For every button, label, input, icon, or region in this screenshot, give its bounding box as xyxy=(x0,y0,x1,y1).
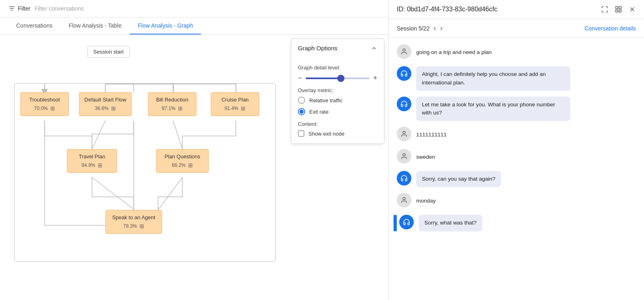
message-bubble: Sorry, what was that? xyxy=(419,215,482,231)
filter-icon-label: Filter xyxy=(8,5,30,12)
svg-rect-19 xyxy=(619,6,621,9)
slider-fill xyxy=(306,78,341,79)
message-bubble: going on a trip and need a plan xyxy=(416,44,497,60)
expand-icon[interactable] xyxy=(615,6,622,13)
graph-options-header: Graph Options xyxy=(291,39,384,57)
slider-plus[interactable]: + xyxy=(373,74,377,82)
message-row: going on a trip and need a plan xyxy=(397,44,636,60)
node-cruise-plan-icon: ⊞ xyxy=(241,105,246,112)
node-troubleshoot-title: Troubleshoot xyxy=(26,97,64,103)
conversation-details-link[interactable]: Conversation details xyxy=(584,25,636,32)
slider-minus[interactable]: − xyxy=(298,74,302,82)
avatar-agent xyxy=(397,66,411,81)
node-plan-questions-meta: 66.2% ⊞ xyxy=(161,162,203,168)
tabs: Conversations Flow Analysis - Table Flow… xyxy=(0,17,388,35)
graph-options-body: Graph detail level: − + Overlay metric: … xyxy=(291,57,384,143)
node-travel-plan-icon: ⊞ xyxy=(98,162,103,168)
message-row: Sorry, can you say that again? xyxy=(397,171,636,187)
node-plan-questions[interactable]: Plan Questions 66.2% ⊞ xyxy=(156,149,209,173)
svg-point-24 xyxy=(403,49,405,51)
collapse-icon[interactable] xyxy=(371,45,377,52)
active-bar xyxy=(394,215,395,231)
svg-rect-20 xyxy=(619,10,621,12)
svg-rect-21 xyxy=(616,10,618,12)
avatar-user xyxy=(397,44,411,59)
message-row: monday xyxy=(397,193,636,209)
content-label: Content: xyxy=(298,121,377,127)
message-row: Let me take a look for you. What is your… xyxy=(397,97,636,121)
node-troubleshoot-meta: 70.0% ⊞ xyxy=(26,105,64,112)
node-speak-agent-icon: ⊞ xyxy=(139,223,144,229)
radio-exit-rate-circle xyxy=(298,108,305,115)
node-travel-plan-pct: 94.9% xyxy=(81,162,95,168)
node-cruise-plan-title: Cruise Plan xyxy=(216,97,254,103)
conv-header: ID: 0bd1d7-4f4-733-83c-980d46cfc xyxy=(389,0,644,19)
node-default-start-icon: ⊞ xyxy=(111,105,116,112)
chat-area: going on a trip and need a plan Alright,… xyxy=(389,38,644,300)
conv-id: ID: 0bd1d7-4f4-733-83c-980d46cfc xyxy=(397,6,597,13)
tab-flow-table[interactable]: Flow Analysis - Table xyxy=(61,17,130,35)
node-bill-reduction-title: Bill Reduction xyxy=(153,97,191,103)
filter-input[interactable]: Filter conversations xyxy=(34,5,83,12)
radio-relative-traffic[interactable]: Relative traffic xyxy=(298,97,377,104)
node-cruise-plan[interactable]: Cruise Plan 91.4% ⊞ xyxy=(211,92,259,116)
node-default-start-pct: 36.6% xyxy=(95,106,109,111)
tab-conversations[interactable]: Conversations xyxy=(8,17,61,35)
checkbox-box xyxy=(298,130,304,137)
radio-relative-traffic-label: Relative traffic xyxy=(309,97,342,104)
avatar-user xyxy=(397,149,411,164)
node-bill-reduction-pct: 97.1% xyxy=(162,106,175,111)
show-exit-node-label: Show exit node xyxy=(308,131,344,137)
node-default-start[interactable]: Default Start Flow 36.6% ⊞ xyxy=(79,92,132,116)
node-speak-agent-title: Speak to an Agent xyxy=(111,214,157,220)
node-travel-plan-meta: 94.9% ⊞ xyxy=(72,162,112,168)
close-icon[interactable] xyxy=(629,6,636,13)
avatar-agent xyxy=(397,97,411,111)
left-panel: Filter Filter conversations Conversation… xyxy=(0,0,389,300)
fullscreen-icon[interactable] xyxy=(601,6,608,13)
graph-options-panel: Graph Options Graph detail level: − + Ov… xyxy=(291,39,384,144)
next-session-arrow[interactable]: › xyxy=(440,24,443,32)
radio-group: Relative traffic Exit rate xyxy=(298,97,377,115)
graph-area: Session start xyxy=(0,35,388,300)
avatar-agent xyxy=(397,171,411,186)
prev-session-arrow[interactable]: ‹ xyxy=(434,24,436,32)
radio-relative-traffic-circle xyxy=(298,97,305,104)
radio-exit-rate[interactable]: Exit rate xyxy=(298,108,377,115)
node-travel-plan[interactable]: Travel Plan 94.9% ⊞ xyxy=(67,149,117,173)
avatar-user xyxy=(397,193,411,207)
message-row: 1111111111 xyxy=(397,127,636,143)
node-cruise-plan-pct: 91.4% xyxy=(225,106,238,111)
show-exit-node-checkbox[interactable]: Show exit node xyxy=(298,130,377,137)
node-bill-reduction[interactable]: Bill Reduction 97.1% ⊞ xyxy=(148,92,197,116)
node-troubleshoot[interactable]: Troubleshoot 70.0% ⊞ xyxy=(20,92,69,116)
slider-track[interactable] xyxy=(306,78,370,79)
node-speak-agent-pct: 78.3% xyxy=(123,223,137,229)
session-label: Session 5/22 xyxy=(397,25,430,32)
message-row-active: Sorry, what was that? xyxy=(397,215,636,231)
session-start-label: Session start xyxy=(87,46,130,58)
avatar-user xyxy=(397,127,411,141)
message-bubble: Let me take a look for you. What is your… xyxy=(416,97,570,121)
node-speak-agent[interactable]: Speak to an Agent 78.3% ⊞ xyxy=(105,210,162,234)
avatar-agent xyxy=(399,215,414,229)
svg-rect-18 xyxy=(616,6,618,9)
node-cruise-plan-meta: 91.4% ⊞ xyxy=(216,105,254,112)
node-bill-reduction-meta: 97.1% ⊞ xyxy=(153,105,191,112)
overlay-metric-label: Overlay metric: xyxy=(298,87,377,93)
svg-point-26 xyxy=(403,153,405,156)
filter-label: Filter xyxy=(18,5,30,12)
message-bubble: 1111111111 xyxy=(416,127,452,143)
message-bubble: sweden xyxy=(416,149,441,165)
detail-level-label: Graph detail level: xyxy=(298,65,377,71)
node-plan-questions-icon: ⊞ xyxy=(188,162,193,168)
node-plan-questions-pct: 66.2% xyxy=(172,162,186,168)
svg-point-27 xyxy=(403,197,405,200)
filter-bar: Filter Filter conversations xyxy=(0,0,388,17)
message-row: sweden xyxy=(397,149,636,165)
node-troubleshoot-icon: ⊞ xyxy=(50,105,55,112)
node-default-start-meta: 36.6% ⊞ xyxy=(84,105,126,112)
conv-header-icons xyxy=(601,6,636,13)
node-speak-agent-meta: 78.3% ⊞ xyxy=(111,223,157,229)
tab-flow-graph[interactable]: Flow Analysis - Graph xyxy=(130,17,201,35)
